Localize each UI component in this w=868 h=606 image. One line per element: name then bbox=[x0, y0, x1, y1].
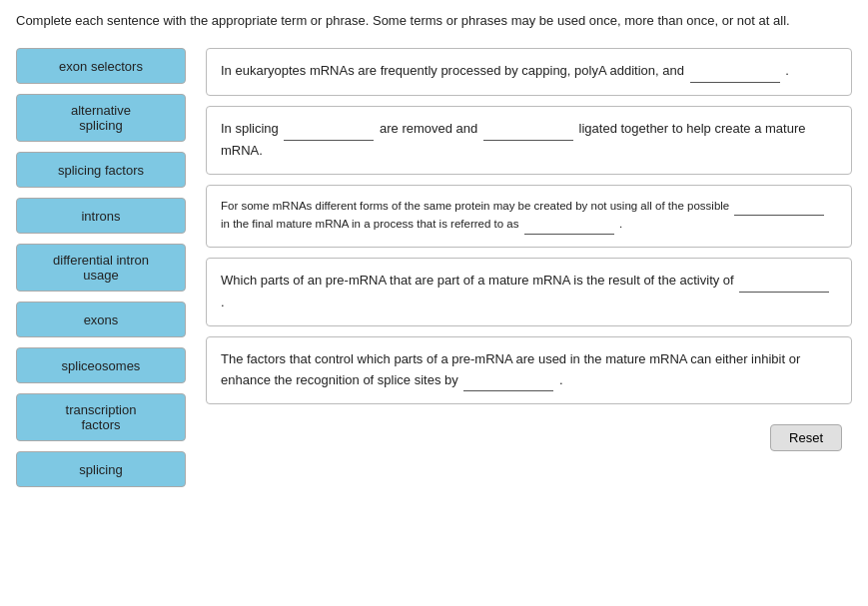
reset-button[interactable]: Reset bbox=[770, 424, 842, 451]
sentences-column: In eukaryoptes mRNAs are frequently proc… bbox=[186, 48, 852, 487]
sentence-5: The factors that control which parts of … bbox=[206, 336, 852, 405]
term-alternative-splicing[interactable]: alternativesplicing bbox=[16, 94, 186, 142]
blank-3-2 bbox=[524, 216, 614, 235]
blank-2-1 bbox=[284, 119, 374, 141]
term-exon-selectors[interactable]: exon selectors bbox=[16, 48, 186, 84]
term-transcription-factors[interactable]: transcriptionfactors bbox=[16, 393, 186, 441]
sentence-1: In eukaryoptes mRNAs are frequently proc… bbox=[206, 48, 852, 96]
terms-column: exon selectors alternativesplicing splic… bbox=[16, 48, 186, 487]
sentence-4: Which parts of an pre-mRNA that are part… bbox=[206, 258, 852, 326]
term-exons[interactable]: exons bbox=[16, 302, 186, 337]
blank-1-1 bbox=[690, 61, 780, 83]
sentence-3: For some mRNAs different forms of the sa… bbox=[206, 185, 852, 249]
reset-area: Reset bbox=[206, 424, 852, 451]
term-introns[interactable]: introns bbox=[16, 198, 186, 234]
term-splicing[interactable]: splicing bbox=[16, 451, 186, 487]
term-differential-intron-usage[interactable]: differential intronusage bbox=[16, 244, 186, 292]
sentence-2: In splicing are removed and ligated toge… bbox=[206, 106, 852, 175]
blank-5-1 bbox=[463, 370, 553, 392]
blank-3-1 bbox=[734, 198, 824, 217]
blank-2-2 bbox=[483, 119, 573, 141]
term-spliceosomes[interactable]: spliceosomes bbox=[16, 347, 186, 383]
instructions: Complete each sentence with the appropri… bbox=[16, 12, 852, 30]
term-splicing-factors[interactable]: splicing factors bbox=[16, 152, 186, 188]
blank-4-1 bbox=[739, 271, 829, 293]
main-layout: exon selectors alternativesplicing splic… bbox=[16, 48, 852, 487]
